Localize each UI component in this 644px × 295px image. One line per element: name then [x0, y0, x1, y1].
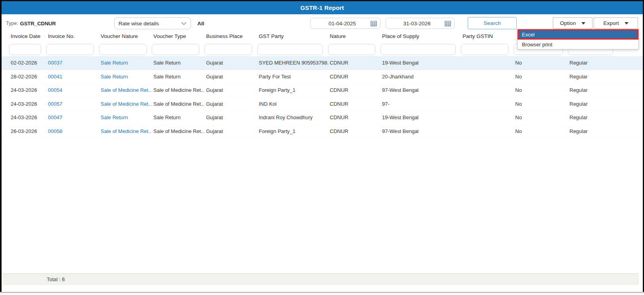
page-title: GSTR-1 Report — [300, 4, 344, 11]
export-menu-item-excel[interactable]: Excel — [518, 29, 638, 40]
option-button[interactable]: Option — [553, 17, 592, 29]
table-cell: No — [514, 128, 568, 134]
table-cell: Party For Test — [257, 74, 328, 80]
table-row[interactable]: 24-03-2026 00054 Sale of Medicine Ret...… — [2, 84, 643, 97]
view-mode-select[interactable]: Rate wise details — [114, 17, 191, 29]
invoice-no-link[interactable]: 00041 — [46, 74, 99, 80]
table-cell: Regular — [568, 128, 618, 134]
column-header-nature[interactable]: Nature — [328, 33, 380, 39]
calendar-icon[interactable] — [445, 21, 451, 27]
column-header-invoice-no[interactable]: Invoice No. — [46, 33, 99, 39]
table-cell: Sale of Medicine Ret... — [152, 128, 204, 134]
invoice-no-link[interactable]: 00057 — [46, 101, 99, 107]
table-cell: 26-03-2026 — [9, 128, 46, 134]
table-row[interactable]: 26-03-2026 00058 Sale of Medicine Ret...… — [2, 125, 643, 139]
table-cell: CDNUR — [328, 60, 380, 66]
table-cell: Gujarat — [204, 74, 257, 80]
caret-down-icon — [625, 22, 629, 25]
voucher-nature-link[interactable]: Sale of Medicine Ret... — [99, 128, 152, 134]
invoice-no-link[interactable]: 00054 — [46, 87, 99, 93]
date-to-value: 31-03-2026 — [389, 21, 445, 27]
table-row[interactable]: 24-03-2026 00047 Sale Return Sale Return… — [2, 111, 643, 125]
column-header-voucher-nature[interactable]: Voucher Nature — [99, 33, 152, 39]
column-header-invoice-date[interactable]: Invoice Date — [9, 33, 46, 39]
voucher-nature-link[interactable]: Sale Return — [99, 60, 152, 66]
table-row[interactable]: 02-02-2026 00037 Sale Return Sale Return… — [2, 56, 643, 70]
filter-input-gst-party[interactable] — [257, 44, 323, 55]
table-cell: 19-West Bengal — [380, 60, 461, 66]
invoice-no-link[interactable]: 00058 — [46, 128, 99, 134]
column-header-party-gstin[interactable]: Party GSTIN — [461, 33, 514, 39]
table-cell: Sale Return — [152, 114, 204, 120]
table-cell: 20-Jharkhand — [380, 74, 461, 80]
date-from-input[interactable]: 01-04-2025 — [310, 18, 380, 29]
gstr1-report-window: GSTR-1 Report Type: GSTR_CDNUR Rate wise… — [0, 0, 644, 295]
table-cell: Regular — [568, 74, 618, 80]
export-menu-item-browser-print[interactable]: Browser print — [518, 40, 638, 49]
table-cell: Gujarat — [204, 114, 257, 120]
table-cell: Regular — [568, 87, 618, 93]
footer-bar: Total : 6 — [2, 273, 639, 285]
voucher-nature-link[interactable]: Sale Return — [99, 74, 152, 80]
table-cell: Sale Return — [152, 60, 204, 66]
filter-input-party-gstin[interactable] — [461, 44, 508, 55]
table-cell: Gujarat — [204, 60, 257, 66]
report-type: Type: GSTR_CDNUR — [6, 17, 56, 29]
invoice-no-link[interactable]: 00047 — [46, 114, 99, 120]
table-cell: Indrani Roy Chowdhury — [257, 114, 328, 120]
column-header-gst-party[interactable]: GST Party — [257, 33, 328, 39]
filter-input-nature[interactable] — [328, 44, 375, 55]
filter-input-voucher-type[interactable] — [152, 44, 199, 55]
table-cell: Gujarat — [204, 101, 257, 107]
table-cell: 97-West Bengal — [380, 128, 461, 134]
table-cell: No — [514, 87, 568, 93]
table-body: 02-02-2026 00037 Sale Return Sale Return… — [2, 56, 643, 138]
voucher-nature-link[interactable]: Sale Return — [99, 114, 152, 120]
voucher-nature-link[interactable]: Sale of Medicine Ret... — [99, 87, 152, 93]
view-mode-value: Rate wise details — [118, 21, 181, 27]
table-cell: SYED MEHREEN 905953798... — [257, 60, 328, 66]
export-button-label: Export — [603, 20, 619, 26]
table-cell: Foreign Party_1 — [257, 128, 328, 134]
invoice-no-link[interactable]: 00037 — [46, 60, 99, 66]
table-cell: 97-West Bengal — [380, 87, 461, 93]
total-count-label: Total : 6 — [47, 276, 65, 282]
table-cell: CDNUR — [328, 74, 380, 80]
column-header-business-place[interactable]: Business Place — [204, 33, 257, 39]
table-row[interactable]: 24-03-2026 00057 Sale of Medicine Ret...… — [2, 97, 643, 111]
voucher-nature-link[interactable]: Sale of Medicine Ret... — [99, 101, 152, 107]
filter-input-place-of-supply[interactable] — [380, 44, 456, 55]
calendar-icon[interactable] — [371, 21, 377, 27]
table-cell: CDNUR — [328, 114, 380, 120]
table-cell: No — [514, 114, 568, 120]
table-cell: No — [514, 60, 568, 66]
table-cell: Regular — [568, 101, 618, 107]
table-cell: 97- — [380, 101, 461, 107]
date-from-value: 01-04-2025 — [314, 21, 371, 27]
window-border-bottom — [0, 292, 644, 293]
filter-input-voucher-nature[interactable] — [99, 44, 147, 55]
table-cell: No — [514, 74, 568, 80]
date-to-input[interactable]: 31-03-2026 — [386, 18, 455, 29]
table-cell: Sale Return — [152, 74, 204, 80]
search-button[interactable]: Search — [468, 17, 517, 29]
column-header-place-of-supply[interactable]: Place of Supply — [380, 33, 461, 39]
table-cell: CDNUR — [328, 101, 380, 107]
column-header-voucher-type[interactable]: Voucher Type — [152, 33, 204, 39]
export-button[interactable]: Export — [594, 17, 638, 29]
all-label: All — [197, 17, 204, 29]
option-button-label: Option — [560, 20, 576, 26]
table-cell: IND Kol — [257, 101, 328, 107]
filter-input-business-place[interactable] — [204, 44, 252, 55]
table-cell: CDNUR — [328, 128, 380, 134]
table-cell: Sale of Medicine Ret... — [152, 87, 204, 93]
table-cell: Sale of Medicine Ret... — [152, 101, 204, 107]
table-cell: 28-02-2026 — [9, 74, 46, 80]
filter-input-invoice-no[interactable] — [46, 44, 94, 55]
table-cell: Gujarat — [204, 87, 257, 93]
table-cell: CDNUR — [328, 87, 380, 93]
filter-input-invoice-date[interactable] — [9, 44, 41, 55]
table-cell: Foreign Party_1 — [257, 87, 328, 93]
table-cell: Regular — [568, 114, 618, 120]
table-row[interactable]: 28-02-2026 00041 Sale Return Sale Return… — [2, 70, 643, 84]
